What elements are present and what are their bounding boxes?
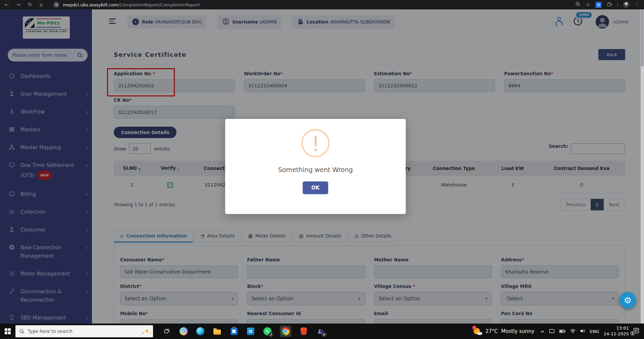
ok-button[interactable]: OK (303, 181, 328, 194)
estimation-no-input[interactable]: 3112232400012 (374, 79, 495, 92)
email-input[interactable] (374, 319, 492, 324)
browser-home-icon[interactable]: ⌂ (40, 2, 43, 7)
father-name-input[interactable] (247, 265, 365, 278)
avatar[interactable] (596, 15, 609, 29)
col-slno[interactable]: SLNO▲▼ (114, 161, 150, 176)
task-view-icon[interactable] (162, 327, 171, 336)
sidebar-item-collection[interactable]: Collection › (0, 203, 95, 221)
browser-menu-icon[interactable]: ⋮ (635, 2, 639, 7)
brave-icon[interactable] (299, 327, 308, 336)
sidebar-item-billing[interactable]: Billing › (0, 185, 95, 203)
powersanction-no-input[interactable]: 6664 (504, 79, 625, 92)
browser-forward-icon[interactable]: → (16, 2, 21, 7)
site-settings-icon[interactable] (53, 2, 59, 8)
tab-connection-information[interactable]: ◎Connection Information (114, 230, 193, 243)
hamburger-menu-icon[interactable] (109, 18, 116, 25)
bookmark-star-icon[interactable]: ☆ (586, 2, 590, 8)
volume-icon[interactable] (580, 328, 585, 335)
verified-checkbox[interactable]: ✓ (167, 182, 173, 188)
sidebar-search-input[interactable] (12, 52, 77, 58)
tray-chevron-icon[interactable] (540, 328, 545, 335)
sidebar-item-masters[interactable]: Masters › (0, 121, 95, 139)
sidebar-scrollbar[interactable] (92, 9, 95, 324)
village-mru-select[interactable]: -Select-▼ (501, 292, 619, 305)
sidebar-search[interactable] (8, 49, 88, 61)
extensions-puzzle-icon[interactable] (607, 1, 612, 8)
col-verify[interactable]: Verify▲▼ (150, 161, 191, 176)
sidebar-item-user-management[interactable]: User Management › (0, 85, 95, 103)
next-page-button[interactable]: Next (604, 199, 625, 210)
back-button[interactable]: Back (598, 49, 625, 60)
sidebar-item-disconnection[interactable]: Disconnection & Reconnection › (0, 283, 95, 309)
role-badge: Role :MANAGER(SUB DIV) (127, 15, 207, 29)
cast-icon[interactable] (549, 328, 555, 335)
language-indicator[interactable]: ENG (590, 329, 599, 334)
field-address: Address* Kharkutta Reserve (501, 257, 619, 278)
browser-back-icon[interactable]: ← (5, 2, 9, 7)
col-load-kw[interactable]: Load KW (487, 161, 538, 176)
page-scrollbar[interactable] (641, 9, 644, 324)
tab-area-details[interactable]: ◔Area Details (194, 230, 241, 242)
zoom-icon[interactable] (575, 1, 581, 8)
current-page-button[interactable]: 1 (591, 199, 604, 210)
sidebar-item-ots[interactable]: One Time Settlement (OTS)NEW › (0, 157, 95, 185)
mobile-no-input[interactable]: 9645467895 (120, 319, 238, 324)
chrome-icon[interactable] (280, 326, 291, 337)
application-no-input[interactable]: 311204250002 (114, 79, 235, 92)
browser-reload-icon[interactable]: ↻ (28, 2, 32, 7)
meter-icon: ▦ (248, 233, 252, 239)
microsoft-store-icon[interactable] (230, 327, 238, 336)
browser-profile-avatar[interactable] (623, 2, 629, 8)
edge-icon[interactable] (196, 327, 205, 336)
user-sync-icon[interactable] (553, 15, 565, 28)
address-input[interactable]: Kharkutta Reserve (501, 265, 619, 278)
sidebar-item-dashboards[interactable]: Dashboards (0, 68, 95, 85)
extension-pinned-icon[interactable] (596, 2, 601, 8)
block-select[interactable]: Select an Option▼ (247, 292, 365, 305)
file-explorer-icon[interactable] (213, 327, 221, 336)
taskbar-clock[interactable]: 13:01 14-11-2025 (603, 326, 629, 337)
weather-widget[interactable]: 5 27°C Mostly sunny (474, 327, 535, 335)
tab-meter-details[interactable]: ▦Meter Details (242, 230, 291, 242)
tab-amount-details[interactable]: ▤Amount Details (293, 230, 347, 242)
chevron-down-icon: ▼ (358, 297, 361, 300)
pending-clock-icon[interactable]: 2699 (573, 16, 583, 28)
settings-gear-button[interactable]: ⚙ (620, 292, 636, 308)
teams-people-icon[interactable]: 6 (316, 327, 325, 336)
wifi-icon[interactable] (570, 328, 576, 335)
mother-name-input[interactable] (374, 265, 492, 278)
workorder-no-input[interactable]: 3112232400004 (244, 79, 365, 92)
previous-page-button[interactable]: Previous (561, 199, 591, 210)
start-button[interactable] (0, 328, 15, 334)
district-select[interactable]: Select an Option▼ (120, 292, 238, 305)
col-contract-demand[interactable]: Contract Demand Kva (538, 161, 625, 176)
page-size-select[interactable]: 10⌄ (129, 143, 151, 154)
sidebar-item-meter-management[interactable]: Meter Management › (0, 265, 95, 283)
consumer-name-input[interactable]: Soil Water Conservation Department (120, 265, 238, 278)
copilot-icon[interactable] (179, 327, 188, 336)
table-search-input[interactable] (571, 143, 625, 154)
windows-taskbar: O 2 6 5 27°C Mostly sunny ENG (0, 324, 644, 339)
target-icon: ◎ (354, 233, 358, 239)
outlook-icon[interactable]: O (246, 327, 255, 336)
tab-other-details[interactable]: ◎Other Details (348, 230, 397, 242)
sidebar-item-sbd-management[interactable]: SBD Management › (0, 309, 95, 324)
cr-no-input[interactable]: 3112242500017 (114, 106, 235, 119)
logo-tagline: LIGHTING UP YOUR LIFE (25, 29, 68, 33)
pan-card-input[interactable] (501, 319, 619, 324)
sidebar-item-consumer[interactable]: Consumer › (0, 221, 95, 239)
field-mobile-no: Mobile No* 9645467895 (120, 311, 238, 324)
notification-center-icon[interactable]: 5 (633, 328, 639, 335)
col-connection-type[interactable]: Connection Type (420, 161, 487, 176)
nearest-consumer-id-input[interactable]: 1000263583 (247, 319, 365, 324)
taskbar-search[interactable] (15, 325, 153, 337)
sidebar-item-new-connection[interactable]: New Connection Management › (0, 239, 95, 265)
whatsapp-icon[interactable]: 2 (263, 327, 272, 336)
battery-icon[interactable] (559, 328, 566, 335)
sidebar-item-workflow[interactable]: WorkFlow › (0, 103, 95, 121)
address-bar[interactable]: mepdcl.ubs.ieasybill.com/CompletionRepor… (53, 2, 200, 8)
taskbar-search-input[interactable] (28, 329, 149, 334)
search-icon[interactable] (77, 52, 83, 58)
village-census-select[interactable]: Select an Option▼ (374, 292, 492, 305)
sidebar-item-master-mapping[interactable]: Master Mapping › (0, 139, 95, 157)
